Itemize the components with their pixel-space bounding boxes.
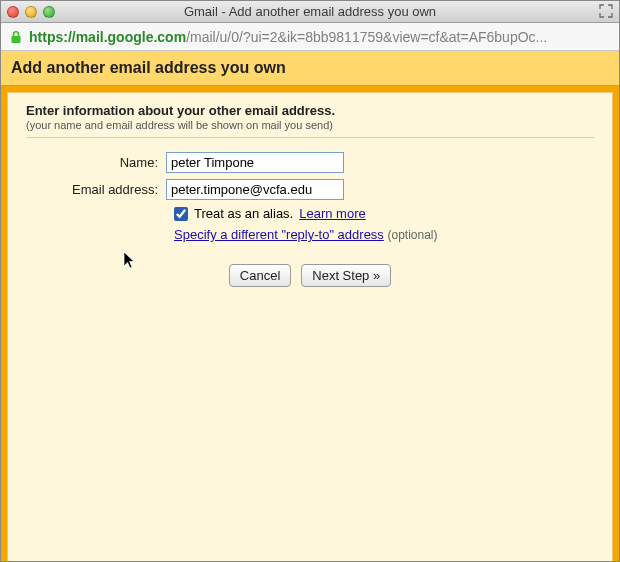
button-row: Cancel Next Step »: [26, 264, 594, 287]
lock-icon: [9, 30, 23, 44]
page-title: Add another email address you own: [11, 59, 609, 77]
titlebar: Gmail - Add another email address you ow…: [1, 1, 619, 23]
url-text: https://mail.google.com/mail/u/0/?ui=2&i…: [29, 29, 611, 45]
page-header: Add another email address you own: [1, 51, 619, 86]
reply-to-optional: (optional): [388, 228, 438, 242]
divider: [26, 137, 594, 138]
expand-icon[interactable]: [599, 4, 613, 18]
name-label: Name:: [26, 155, 166, 170]
section-title: Enter information about your other email…: [26, 103, 594, 118]
url-host: ://mail.google.com: [63, 29, 186, 45]
learn-more-link[interactable]: Learn more: [299, 206, 365, 221]
page-content: Add another email address you own Enter …: [1, 51, 619, 561]
alias-checkbox[interactable]: [174, 207, 188, 221]
svg-rect-0: [12, 36, 21, 43]
next-step-button[interactable]: Next Step »: [301, 264, 391, 287]
section-subtitle: (your name and email address will be sho…: [26, 119, 594, 131]
email-row: Email address:: [26, 179, 594, 200]
email-label: Email address:: [26, 182, 166, 197]
url-scheme: https: [29, 29, 63, 45]
reply-to-row: Specify a different "reply-to" address (…: [174, 227, 594, 242]
alias-label: Treat as an alias.: [194, 206, 293, 221]
window-title: Gmail - Add another email address you ow…: [1, 4, 619, 19]
url-bar[interactable]: https://mail.google.com/mail/u/0/?ui=2&i…: [1, 23, 619, 51]
email-input[interactable]: [166, 179, 344, 200]
alias-row: Treat as an alias. Learn more: [174, 206, 594, 221]
reply-to-link[interactable]: Specify a different "reply-to" address: [174, 227, 384, 242]
name-row: Name:: [26, 152, 594, 173]
url-path: /mail/u/0/?ui=2&ik=8bb9811759&view=cf&at…: [186, 29, 547, 45]
popup-window: Gmail - Add another email address you ow…: [0, 0, 620, 562]
name-input[interactable]: [166, 152, 344, 173]
cancel-button[interactable]: Cancel: [229, 264, 291, 287]
form-card: Enter information about your other email…: [7, 92, 613, 561]
